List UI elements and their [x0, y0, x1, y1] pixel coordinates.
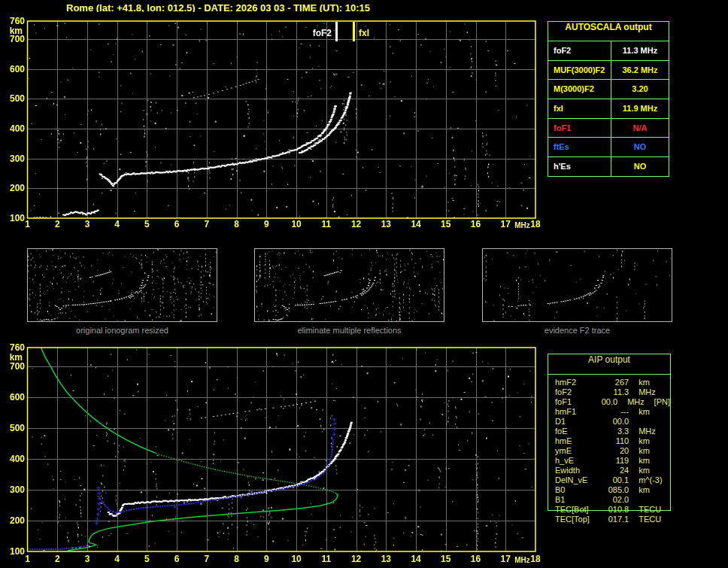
aip-u: km — [639, 456, 670, 466]
autoscala-row: foF1N/A — [548, 119, 669, 138]
aip-v: 00.0 — [597, 417, 629, 427]
autoscala-row: foF211.3 MHz — [548, 41, 669, 61]
aip-u: MHz — [639, 427, 670, 436]
aip-n: foF1 — [555, 397, 591, 407]
aip-output-table: AIP output hmF2267kmfoF211.3MHzfoF100.0M… — [548, 354, 671, 511]
aip-n: hmF2 — [555, 378, 597, 387]
aip-n: Ewidth — [555, 466, 597, 475]
aip-row: hmE110km — [555, 436, 670, 446]
param-value: 11.3 MHz — [611, 41, 669, 60]
autoscala-output-table: AUTOSCALA output foF211.3 MHzMUF(3000)F2… — [548, 21, 669, 177]
aip-u — [639, 417, 670, 427]
aip-v: 110 — [597, 436, 629, 446]
aip-u: TECU — [639, 505, 670, 515]
aip-v: 00.1 — [597, 475, 629, 485]
aip-u — [639, 495, 670, 505]
aip-v: 00.0 — [591, 397, 617, 407]
autoscala-table-title: AUTOSCALA output — [548, 22, 669, 41]
aip-n: TEC[Bot] — [555, 505, 597, 515]
thumbnail-evidence-caption: evidence F2 trace — [482, 326, 672, 335]
param-value: 36.2 MHz — [611, 61, 669, 80]
aip-row: h_vE119km — [555, 456, 670, 466]
param-label: foF2 — [548, 41, 611, 60]
aip-row: TEC[Bot]010.8TECU — [555, 505, 670, 515]
param-value: NO — [611, 157, 669, 177]
autoscala-row: MUF(3000)F236.2 MHz — [548, 61, 669, 80]
aip-n: ymE — [555, 446, 597, 456]
aip-v: 20 — [597, 446, 629, 456]
aip-row: foF211.3MHz — [555, 387, 670, 397]
aip-v: 267 — [597, 378, 629, 387]
aip-u: TECU — [639, 515, 670, 524]
thumbnail-eliminate-reflections — [254, 248, 444, 322]
aip-row: B102.0 — [555, 495, 670, 505]
aip-v: 24 — [597, 466, 629, 475]
aip-u: km — [639, 436, 670, 446]
ionogram-plot-canvas — [0, 12, 545, 238]
param-label: M(3000)F2 — [548, 80, 611, 99]
aip-u: km — [639, 407, 670, 417]
autoscala-row: fxI11.9 MHz — [548, 99, 669, 119]
param-label: ftEs — [548, 138, 611, 156]
thumbnail-eliminate-canvas — [255, 249, 444, 321]
aip-u: km — [639, 466, 670, 475]
aip-row: DelN_vE00.1m^(-3) — [555, 475, 670, 485]
param-value: N/A — [611, 119, 669, 138]
autoscala-row: h'EsNO — [548, 157, 669, 177]
aip-u: m^(-3) — [639, 475, 670, 485]
param-label: foF1 — [548, 119, 611, 138]
aip-u: MHz — [639, 387, 670, 397]
aip-row: D100.0 — [555, 417, 670, 427]
aip-u: km — [639, 378, 670, 387]
aip-v: --- — [597, 407, 629, 417]
aip-table-title: AIP output — [548, 354, 670, 375]
thumbnail-original-caption: original ionogram resized — [27, 326, 217, 335]
aip-u: MHz — [627, 397, 654, 407]
aip-n: hmF1 — [555, 407, 597, 417]
aip-v: 119 — [597, 456, 629, 466]
param-value: 11.9 MHz — [611, 99, 669, 118]
thumbnail-eliminate-caption: eliminate multiple reflections — [254, 326, 444, 335]
aip-row: Ewidth24km — [555, 466, 670, 475]
aip-row: B0085.0km — [555, 485, 670, 495]
aip-v: 017.1 — [597, 515, 629, 524]
aip-n: foF2 — [555, 387, 597, 397]
aip-n: D1 — [555, 417, 597, 427]
aip-v: 02.0 — [597, 495, 629, 505]
aip-v: 3.3 — [597, 427, 629, 436]
aip-row: foE3.3MHz — [555, 427, 670, 436]
aip-u: km — [639, 446, 670, 456]
aip-v: 085.0 — [597, 485, 629, 495]
thumbnail-evidence-canvas — [483, 249, 672, 321]
aip-row: foF100.0MHz[PN] — [555, 397, 670, 407]
param-label: MUF(3000)F2 — [548, 61, 611, 80]
aip-n: TEC[Top] — [555, 515, 597, 524]
thumbnail-original-canvas — [28, 249, 217, 321]
param-value: 3.20 — [611, 80, 669, 99]
aip-row: TEC[Top]017.1TECU — [555, 515, 670, 524]
aip-n: DelN_vE — [555, 475, 597, 485]
aip-table-rows: hmF2267kmfoF211.3MHzfoF100.0MHz[PN]hmF1-… — [548, 375, 670, 524]
profile-plot-canvas — [0, 339, 545, 568]
aip-n: B0 — [555, 485, 597, 495]
param-value: NO — [611, 138, 669, 156]
autoscala-row: M(3000)F23.20 — [548, 80, 669, 99]
aip-v: 010.8 — [597, 505, 629, 515]
param-label: h'Es — [548, 157, 611, 177]
thumbnail-original-ionogram — [27, 248, 217, 322]
aip-x: [PN] — [654, 397, 670, 407]
aip-v: 11.3 — [597, 387, 629, 397]
aip-row: hmF1---km — [555, 407, 670, 417]
aip-row: ymE20km — [555, 446, 670, 456]
thumbnail-evidence-f2 — [482, 248, 672, 322]
aip-row: hmF2267km — [555, 378, 670, 387]
autoscala-row: ftEsNO — [548, 138, 669, 157]
aip-n: h_vE — [555, 456, 597, 466]
aip-n: hmE — [555, 436, 597, 446]
autoscala-table-rows: foF211.3 MHzMUF(3000)F236.2 MHzM(3000)F2… — [548, 41, 669, 177]
aip-n: B1 — [555, 495, 597, 505]
param-label: fxI — [548, 99, 611, 118]
aip-n: foE — [555, 427, 597, 436]
aip-u: km — [639, 485, 670, 495]
